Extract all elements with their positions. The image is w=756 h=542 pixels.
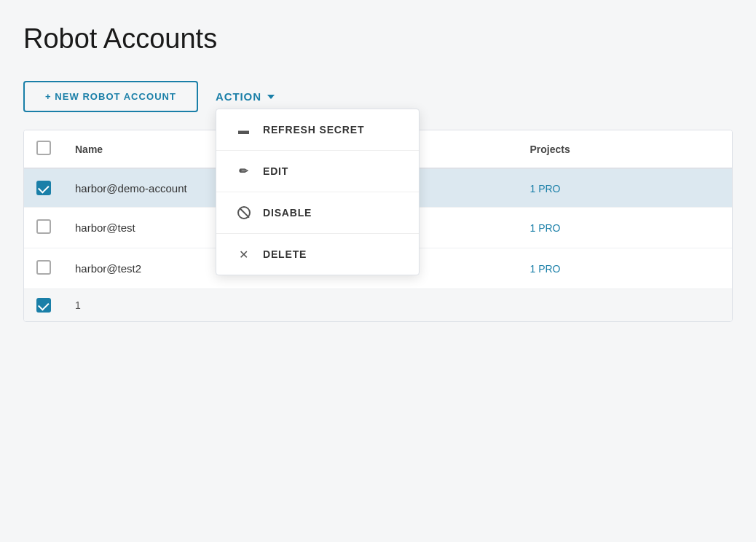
dropdown-item-delete[interactable]: ✕ DELETE — [216, 234, 419, 275]
action-dropdown-menu: ▬ REFRESH SECRET ✏ EDIT DISABLE ✕ DELETE — [216, 109, 420, 275]
table-cell-projects: 1 PRO — [518, 208, 732, 248]
projects-link[interactable]: 1 PRO — [529, 222, 560, 234]
table-footer-checkbox-cell — [24, 289, 63, 322]
disable-icon — [237, 205, 251, 220]
dropdown-item-delete-label: DELETE — [263, 248, 307, 260]
delete-icon: ✕ — [237, 247, 251, 262]
dropdown-item-edit[interactable]: ✏ EDIT — [216, 151, 419, 192]
page-title: Robot Accounts — [23, 23, 733, 55]
dropdown-item-refresh-secret-label: REFRESH SECRET — [263, 124, 364, 136]
edit-icon: ✏ — [237, 164, 251, 178]
chevron-down-icon — [267, 95, 275, 99]
action-button[interactable]: ACTION — [216, 87, 275, 106]
toolbar: + NEW ROBOT ACCOUNT ACTION ▬ REFRESH SEC… — [23, 81, 733, 112]
table-footer-count-cell: 1 — [63, 289, 518, 322]
new-robot-account-button[interactable]: + NEW ROBOT ACCOUNT — [23, 81, 198, 112]
dropdown-item-edit-label: EDIT — [263, 165, 288, 177]
refresh-icon: ▬ — [237, 122, 251, 137]
table-cell-projects: 1 PRO — [518, 248, 732, 289]
action-label: ACTION — [216, 90, 261, 103]
row-checkbox[interactable] — [36, 219, 51, 234]
row-checkbox[interactable] — [36, 260, 51, 275]
dropdown-item-disable[interactable]: DISABLE — [216, 192, 419, 234]
table-cell-projects: 1 PRO — [518, 168, 732, 208]
table-cell-checkbox — [24, 208, 63, 248]
row-checkbox[interactable] — [36, 181, 51, 195]
projects-link[interactable]: 1 PRO — [529, 263, 560, 275]
table-cell-checkbox — [24, 168, 63, 208]
action-dropdown-container: ACTION ▬ REFRESH SECRET ✏ EDIT DISABLE ✕… — [216, 87, 275, 106]
table-footer-empty-cell — [518, 289, 732, 322]
dropdown-item-disable-label: DISABLE — [263, 207, 312, 219]
table-header-select — [24, 130, 63, 168]
select-all-checkbox[interactable] — [36, 141, 51, 155]
table-footer-row: 1 — [24, 289, 732, 322]
table-cell-checkbox — [24, 248, 63, 289]
dropdown-item-refresh-secret[interactable]: ▬ REFRESH SECRET — [216, 109, 419, 151]
table-header-projects: Projects — [518, 130, 732, 168]
projects-link[interactable]: 1 PRO — [529, 183, 560, 195]
footer-checked-indicator — [36, 298, 51, 313]
